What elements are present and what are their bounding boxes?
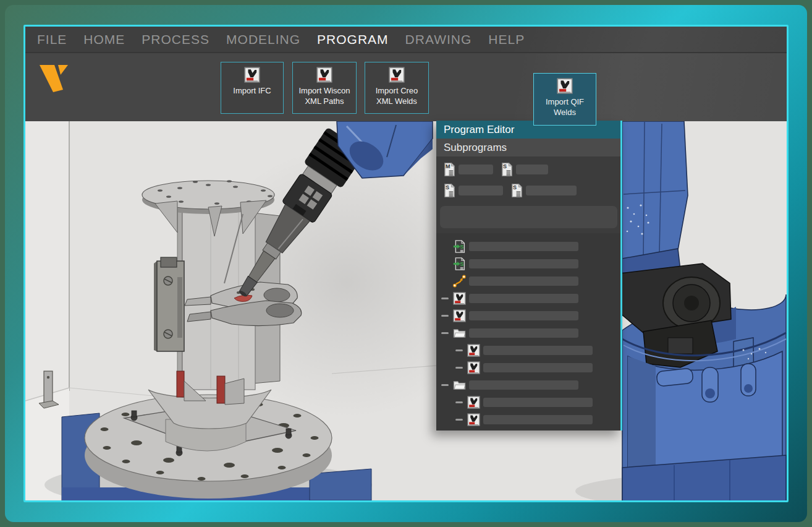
chip-letter: S bbox=[503, 163, 507, 169]
tab-drawing[interactable]: DRAWING bbox=[405, 32, 472, 47]
button-label: Import CreoXML Welds bbox=[376, 85, 418, 106]
tree-item-call-subprogram[interactable] bbox=[436, 255, 620, 272]
collapse-minus-icon[interactable] bbox=[455, 419, 463, 421]
app-logo-icon bbox=[38, 64, 69, 93]
weld-operation-icon bbox=[453, 292, 466, 305]
import-wiscon-xml-paths-button[interactable]: Import WisconXML Paths bbox=[292, 62, 357, 114]
3d-viewport[interactable] bbox=[25, 121, 787, 500]
tab-home[interactable]: HOME bbox=[83, 32, 125, 47]
subprogram-chip[interactable]: M bbox=[444, 161, 493, 177]
subprograms-section-header[interactable]: Subprograms bbox=[436, 139, 620, 156]
tree-item-weld[interactable] bbox=[436, 411, 620, 428]
tree-item-folder[interactable] bbox=[436, 376, 620, 393]
redacted-label-bar bbox=[469, 311, 578, 320]
tab-modeling[interactable]: MODELING bbox=[226, 32, 300, 47]
tab-file[interactable]: FILE bbox=[37, 32, 67, 47]
redacted-label-bar bbox=[469, 259, 578, 268]
import-creo-xml-welds-button[interactable]: Import CreoXML Welds bbox=[365, 62, 429, 114]
collapse-minus-icon[interactable] bbox=[441, 332, 449, 334]
subprogram-chip[interactable]: S bbox=[444, 182, 503, 198]
app-window: FILE HOME PROCESS MODELING PROGRAM DRAWI… bbox=[23, 25, 789, 502]
menu-bar: FILE HOME PROCESS MODELING PROGRAM DRAWI… bbox=[25, 27, 787, 53]
weld-operation-icon bbox=[467, 344, 480, 357]
folder-icon bbox=[453, 327, 466, 340]
tree-item-weld[interactable] bbox=[436, 307, 620, 324]
tab-program[interactable]: PROGRAM bbox=[317, 32, 389, 47]
weld-operation-icon bbox=[467, 413, 480, 426]
weld-operation-icon bbox=[467, 361, 480, 374]
button-label: Import IFC bbox=[233, 85, 271, 96]
redacted-label-bar bbox=[469, 242, 578, 251]
program-tree bbox=[436, 233, 620, 431]
tab-process[interactable]: PROCESS bbox=[142, 32, 209, 47]
cad-import-icon bbox=[316, 67, 332, 83]
collapse-minus-icon[interactable] bbox=[441, 298, 449, 299]
call-subprogram-icon bbox=[453, 240, 466, 253]
call-subprogram-icon bbox=[453, 257, 466, 270]
redacted-label-bar bbox=[469, 380, 578, 390]
redacted-label-bar bbox=[469, 328, 578, 338]
tree-item-weld[interactable] bbox=[436, 359, 620, 376]
collapse-minus-icon[interactable] bbox=[455, 349, 463, 351]
cad-import-icon bbox=[389, 67, 405, 83]
chip-letter: S bbox=[446, 184, 449, 191]
tree-item-call-subprogram[interactable] bbox=[436, 238, 620, 255]
tree-item-weld[interactable] bbox=[436, 289, 620, 307]
ribbon-toolbar: Import IFC Import WisconXML Paths Import… bbox=[25, 53, 787, 121]
redacted-label-bar bbox=[459, 186, 503, 195]
import-ifc-button[interactable]: Import IFC bbox=[221, 62, 284, 114]
weld-operation-icon bbox=[453, 309, 466, 322]
tree-item-weld[interactable] bbox=[436, 393, 620, 411]
redacted-label-bar bbox=[469, 276, 578, 286]
import-qif-welds-button[interactable]: Import QIFWelds bbox=[533, 73, 596, 126]
collapse-minus-icon[interactable] bbox=[455, 401, 463, 403]
collapse-minus-icon[interactable] bbox=[441, 384, 449, 386]
redacted-label-bar bbox=[483, 415, 593, 424]
program-editor-panel: Program Editor Subprograms M S S bbox=[436, 121, 622, 431]
tab-help[interactable]: HELP bbox=[488, 32, 525, 47]
chip-letter: M bbox=[446, 163, 450, 169]
panel-title: Program Editor bbox=[444, 124, 514, 135]
button-label: Import QIFWelds bbox=[546, 96, 584, 118]
subprogram-chip[interactable]: S bbox=[511, 182, 577, 198]
button-label: Import WisconXML Paths bbox=[298, 85, 350, 106]
weld-operation-icon bbox=[467, 396, 480, 409]
section-label: Subprograms bbox=[444, 142, 507, 153]
redacted-label-bar bbox=[483, 346, 593, 355]
folder-icon bbox=[453, 379, 466, 392]
redacted-label-bar bbox=[526, 186, 577, 195]
subprogram-chip-list: M S S S bbox=[436, 156, 620, 206]
redacted-label-bar bbox=[516, 165, 548, 174]
redacted-label-bar bbox=[459, 165, 493, 174]
tree-item-motion-path[interactable] bbox=[436, 272, 620, 289]
redacted-label-bar bbox=[469, 294, 578, 303]
motion-path-icon bbox=[453, 275, 466, 288]
collapse-minus-icon[interactable] bbox=[441, 315, 449, 317]
cad-import-icon bbox=[244, 67, 260, 83]
chip-letter: S bbox=[513, 184, 517, 191]
cad-import-icon bbox=[557, 78, 573, 94]
subprogram-chip[interactable]: S bbox=[501, 161, 548, 177]
tree-item-weld[interactable] bbox=[436, 341, 620, 359]
redacted-label-bar bbox=[483, 398, 593, 407]
redacted-label-bar bbox=[483, 363, 593, 372]
tree-item-folder[interactable] bbox=[436, 324, 620, 341]
program-drop-area[interactable] bbox=[440, 206, 617, 228]
collapse-minus-icon[interactable] bbox=[455, 367, 463, 369]
